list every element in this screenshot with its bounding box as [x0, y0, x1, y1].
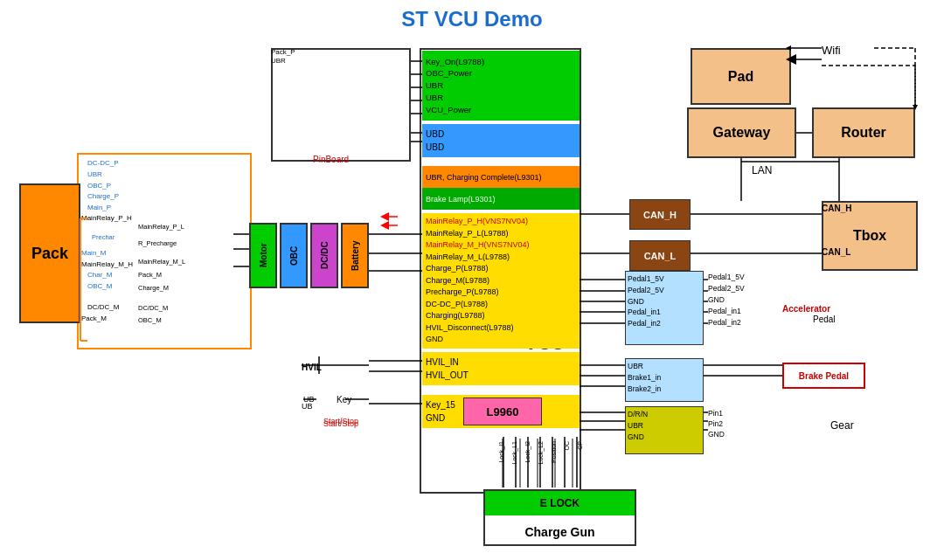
accel-right-2: Pedal2_5V	[708, 284, 745, 293]
accel-right-3: GND	[708, 295, 725, 304]
dc-dc-m-label: DC/DC_M	[87, 303, 119, 311]
green-line-2: OBC_Power	[426, 67, 576, 80]
pad-box: Pad	[691, 48, 791, 105]
green-line-5: VCU_Power	[426, 104, 576, 116]
gateway-box: Gateway	[687, 107, 796, 158]
r-precharge-label: R_Precharge	[138, 239, 177, 247]
router-label: Router	[841, 125, 886, 141]
green-sub-line: Brake Lamp(L9301)	[426, 195, 496, 204]
can-l-left: CAN_L	[629, 240, 691, 271]
brake-line-3: Brake2_in	[628, 384, 701, 395]
elock-bottom: Charge Gun	[485, 515, 635, 548]
lock-pin-5: Position	[551, 441, 557, 463]
obc-m-label: OBC_M	[87, 282, 112, 290]
charge-m-right: Charge_M	[138, 284, 169, 292]
gear-right-1: Pin1	[708, 409, 723, 418]
lock-pin-4: Lock_L2	[538, 441, 544, 464]
l9960-label: L9960	[487, 405, 519, 418]
mainrelay-pl: MainRelay_P_L	[138, 223, 184, 231]
pack-block: Pack	[19, 183, 80, 323]
main-m-label: Main_M	[81, 249, 106, 257]
lock-pin-7: CP	[577, 441, 583, 450]
can-h-left-label: CAN_H	[643, 210, 677, 220]
battery-box: Battery	[341, 223, 369, 288]
page-title: ST VCU Demo	[401, 7, 542, 31]
dc-dc-p-label: DC-DC_P	[87, 159, 119, 167]
hvil-io-block: HVIL_IN HVIL_OUT	[422, 352, 580, 385]
green-signals-block: Key_On(L9788) OBC_Power UBR UBR VCU_Powe…	[422, 51, 580, 121]
accel-right-1: Pedal1_5V	[708, 273, 745, 281]
start-stop-indicator: Start/Stop	[323, 419, 358, 428]
lock-pin-1: Lock_I1	[498, 441, 504, 463]
elock-block: E LOCK Charge Gun	[483, 489, 636, 546]
accel-section: Pedal1_5V Pedal2_5V GND Pedal_in1 Pedal_…	[625, 271, 704, 345]
accelerator-label: Accelerator	[782, 304, 830, 314]
relay-line-6: Charge_M(L9788)	[426, 275, 576, 287]
can-l-left-label: CAN_L	[644, 251, 677, 261]
pack-m-label: Pack_M	[81, 315, 107, 322]
elock-top: E LOCK	[485, 491, 635, 515]
relay-line-5: Charge_P(L9788)	[426, 263, 576, 275]
ubd-line-1: UBD	[426, 128, 576, 141]
gear-label: Gear	[830, 419, 854, 432]
battery-label: Battery	[351, 240, 360, 270]
hvil-left-label: HVIL	[302, 363, 322, 372]
relay-line-7: Precharge_P(L9788)	[426, 287, 576, 299]
dcdc-box: DC/DC	[310, 223, 338, 288]
obc-m-right: OBC_M	[138, 316, 162, 324]
prechar-label: Prechar	[92, 233, 115, 241]
green-line-1: Key_On(L9788)	[426, 56, 576, 68]
svg-marker-75	[380, 221, 389, 230]
gateway-label: Gateway	[713, 125, 771, 141]
brake-pedal-box: Brake Pedal	[782, 363, 865, 389]
mainrelay-ph-label: MainRelay_P_H	[81, 214, 132, 222]
pinboard-label: PinBoard	[313, 155, 349, 164]
relay-line-1: MainRelay_P_H(VNS7NV04)	[426, 216, 576, 228]
obc-p-label: OBC_P	[87, 182, 111, 190]
gear-line-3: GND	[628, 432, 701, 443]
lan-label: LAN	[752, 164, 772, 176]
lock-pin-2: Lock_L1	[511, 441, 517, 464]
dcdc-label: DC/DC	[320, 242, 330, 270]
svg-marker-73	[380, 212, 389, 221]
relay-line-11: GND	[426, 334, 576, 346]
gear-line-2: UBR	[628, 420, 701, 432]
gear-line-1: D/R/N	[628, 409, 701, 420]
can-h-left: CAN_H	[629, 199, 691, 230]
motor-box: Motor	[249, 223, 277, 288]
pack-label: Pack	[31, 245, 68, 263]
obc-label: OBC	[289, 245, 299, 265]
key-left-label: Key	[337, 395, 351, 404]
gear-right-2: Pin2	[708, 419, 723, 428]
lock-pin-6: OC	[564, 441, 570, 451]
accel-line-1: Pedal1_5V	[628, 273, 701, 285]
dc-dc-m-right: DC/DC_M	[138, 304, 168, 312]
gear-right-3: GND	[708, 430, 725, 439]
relay-line-2: MainRelay_P_L(L9788)	[426, 228, 576, 240]
wifi-label: Wifi	[822, 44, 841, 57]
lock-pin-3: Lock_I2	[524, 441, 531, 463]
charge-p-label: Charge_P	[87, 192, 119, 200]
brake-pedal-label: Brake Pedal	[799, 371, 849, 381]
relay-line-4: MainRelay_M_L(L9788)	[426, 252, 576, 264]
ubd-line-2: UBD	[426, 141, 576, 154]
orange-sub: UBR, Charging Complete(L9301)	[422, 166, 580, 188]
green-line-4: UBR	[426, 92, 576, 104]
accel-line-3: GND	[628, 296, 701, 308]
orange-line: UBR, Charging Complete(L9301)	[426, 173, 542, 182]
can-l-right-label: CAN_L	[822, 247, 850, 257]
tbox-label: Tbox	[853, 228, 886, 244]
ubd-block: UBD UBD	[422, 124, 580, 157]
green-sub: Brake Lamp(L9301)	[422, 188, 580, 210]
mainrelay-ml: MainRelay_M_L	[138, 258, 185, 266]
accel-line-5: Pedal_in2	[628, 318, 701, 329]
relay-line-3: MainRelay_M_H(VNS7NV04)	[426, 239, 576, 252]
pedal-label: Pedal	[813, 315, 836, 324]
main-p-label: Main_P	[87, 204, 111, 211]
charging-block: UBR, Charging Complete(L9301) Brake Lamp…	[422, 166, 580, 210]
l9960-block: L9960	[463, 398, 542, 425]
motor-label: Motor	[259, 244, 268, 268]
pinboard-block	[271, 48, 411, 162]
pack-m-right: Pack_M	[138, 271, 162, 279]
ub-key-label: UB	[302, 402, 313, 411]
